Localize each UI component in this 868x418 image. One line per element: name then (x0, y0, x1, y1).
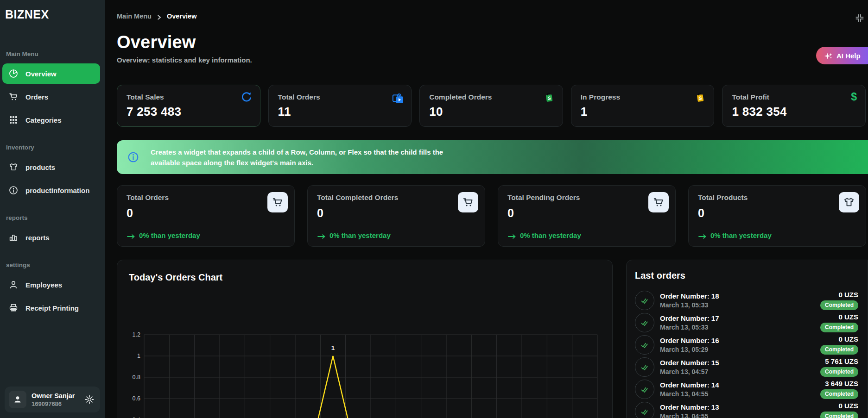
stat-delta: 0% than yesterday (698, 231, 772, 239)
info-banner-line2: available space along the flex widget's … (151, 157, 443, 168)
pie-chart-icon (8, 69, 19, 79)
shopify-bag-icon (543, 92, 555, 104)
sidebar-item-receipt-printing[interactable]: Receipt Printing (2, 298, 100, 318)
info-banner-line1: Creates a widget that expands a child of… (151, 147, 443, 157)
stat-card-total-pending-orders: Total Pending Orders 0 0% than yesterday (498, 185, 676, 247)
sidebar-item-label: Receipt Printing (25, 304, 79, 312)
order-number: Order Number: 15 (660, 359, 719, 367)
grid-icon (8, 115, 19, 125)
sidebar-item-orders[interactable]: Orders (2, 87, 100, 107)
user-card[interactable]: Owner Sanjar 169097686 (5, 387, 100, 412)
sidebar-item-label: Overview (25, 70, 57, 78)
order-status-circle (635, 335, 654, 355)
sidebar-item-label: products (25, 163, 55, 171)
order-date: March 13, 05:29 (660, 346, 719, 353)
user-name: Owner Sanjar (32, 392, 75, 399)
sidebar-item-categories[interactable]: Categories (2, 110, 100, 130)
primary-stats-row: Total Sales 7 253 483 Total Orders 11 Co… (117, 85, 866, 127)
arrow-right-icon (317, 233, 326, 238)
stat-value: 0 (698, 206, 856, 220)
sidebar-item-employees[interactable]: Employees (2, 275, 100, 295)
stat-value: 7 253 483 (127, 105, 252, 119)
stat-card-total-completed-orders: Total Completed Orders 0 0% than yesterd… (307, 185, 485, 247)
order-list-item: Order Number: 15 March 13, 04:57 5 761 U… (635, 356, 858, 378)
svg-text:0.8: 0.8 (133, 374, 140, 381)
stat-value: 11 (278, 105, 403, 119)
stat-label: Total Products (698, 193, 856, 202)
printer-icon (8, 303, 19, 313)
svg-text:1.2: 1.2 (133, 331, 140, 338)
sidebar-item-label: Employees (25, 281, 62, 289)
last-orders-list: Order Number: 18 March 13, 05:33 0 UZS C… (635, 289, 858, 418)
sidebar-item-overview[interactable]: Overview (2, 63, 100, 84)
avatar (9, 391, 26, 408)
stat-label: Total Profit (732, 93, 857, 101)
double-check-icon (640, 406, 650, 417)
page-subtitle: Overview: statistics and key information… (117, 56, 868, 64)
order-status-badge: Completed (820, 323, 858, 332)
sidebar-item-product-information[interactable]: productInformation (2, 180, 100, 200)
stat-label: Total Orders (127, 193, 285, 202)
arrow-right-icon (507, 233, 516, 238)
stat-value: 0 (127, 206, 285, 220)
order-status-badge: Completed (820, 412, 858, 418)
stat-card-total-products: Total Products 0 0% than yesterday (688, 185, 866, 247)
info-icon (8, 185, 19, 195)
sidebar-item-products[interactable]: products (2, 157, 100, 177)
sparkles-icon (823, 51, 833, 61)
stat-card-total-profit: Total Profit 1 832 354 $ (722, 85, 866, 127)
order-amount: 3 649 UZS (820, 380, 858, 387)
stat-delta: 0% than yesterday (127, 231, 200, 239)
app-logo: BIZNEX (0, 0, 105, 28)
info-banner: Creates a widget that expands a child of… (117, 140, 868, 174)
breadcrumb-main-menu[interactable]: Main Menu (117, 12, 152, 20)
order-status-circle (635, 402, 654, 418)
stat-label: Total Pending Orders (507, 193, 666, 202)
sidebar-item-label: Categories (25, 116, 62, 124)
order-status-circle (635, 291, 654, 310)
order-list-item: Order Number: 16 March 13, 05:29 0 UZS C… (635, 334, 858, 356)
stat-card-completed-orders: Completed Orders 10 (419, 85, 563, 127)
t-shirt-icon (839, 192, 859, 212)
chevron-right-icon (157, 14, 162, 19)
orders-chart-card: Today's Orders Chart 1.210.80.60.40.21 (117, 260, 613, 418)
order-number: Order Number: 16 (660, 337, 719, 344)
sidebar-section-inventory: Inventory (0, 144, 105, 151)
stat-card-in-progress: In Progress 1 (571, 85, 715, 127)
ai-help-button[interactable]: AI Help (816, 47, 868, 64)
sidebar-section-settings: settings (0, 262, 105, 268)
double-check-icon (640, 362, 650, 372)
arrow-right-icon (698, 233, 707, 238)
stat-label: Completed Orders (429, 93, 554, 101)
gear-icon[interactable] (84, 394, 95, 405)
stat-label: In Progress (581, 93, 706, 101)
shopify-bag-icon (694, 92, 706, 104)
compress-icon[interactable] (855, 13, 865, 23)
order-date: March 13, 05:33 (660, 324, 719, 331)
order-amount: 0 UZS (820, 335, 858, 343)
order-status-badge: Completed (820, 345, 858, 355)
svg-text:1: 1 (331, 344, 335, 351)
order-list-item: Order Number: 14 March 13, 04:55 3 649 U… (635, 378, 858, 400)
bottom-row: Today's Orders Chart 1.210.80.60.40.21 L… (117, 260, 868, 418)
cart-icon (458, 192, 478, 212)
order-number: Order Number: 13 (660, 403, 719, 411)
stat-card-total-orders: Total Orders 11 (268, 85, 412, 127)
svg-text:0.6: 0.6 (133, 395, 140, 402)
sidebar-item-reports[interactable]: reports (2, 227, 100, 248)
order-list-item: Order Number: 17 March 13, 05:33 0 UZS C… (635, 312, 858, 334)
order-date: March 13, 04:55 (660, 412, 719, 418)
stat-label: Total Completed Orders (317, 193, 475, 202)
secondary-stats-row: Total Orders 0 0% than yesterday Total C… (117, 185, 866, 247)
order-number: Order Number: 18 (660, 292, 719, 300)
sidebar-section-reports: reports (0, 214, 105, 221)
order-number: Order Number: 17 (660, 314, 719, 322)
order-amount: 0 UZS (820, 313, 858, 321)
order-status-badge: Completed (820, 300, 858, 310)
refresh-icon (241, 92, 253, 104)
order-amount: 0 UZS (820, 402, 858, 410)
double-check-icon (640, 318, 650, 328)
info-banner-text: Creates a widget that expands a child of… (151, 147, 443, 168)
cart-icon (8, 92, 19, 102)
app-window: BIZNEX Main Menu Overview Orders Categor… (0, 0, 868, 418)
